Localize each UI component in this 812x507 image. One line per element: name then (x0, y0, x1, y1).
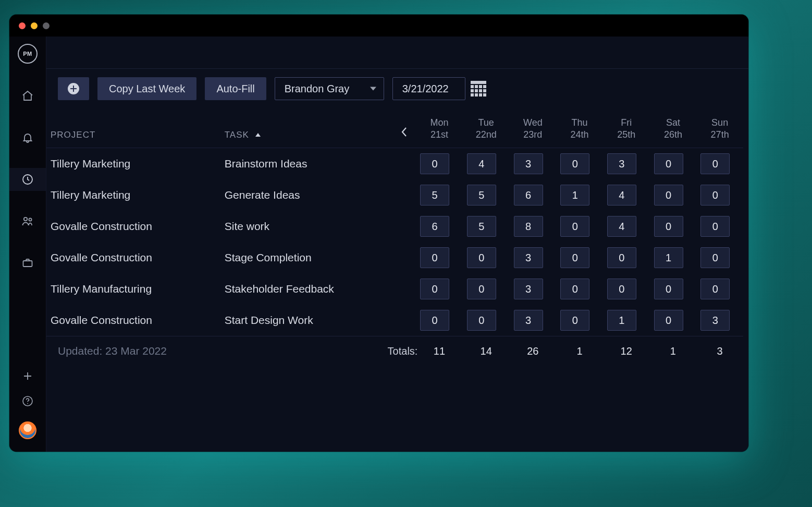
hours-input[interactable] (467, 279, 496, 299)
hours-input[interactable] (560, 216, 589, 237)
hours-input[interactable] (420, 279, 449, 299)
hours-input[interactable] (560, 153, 589, 174)
col-day-6: Sun27th (696, 107, 743, 148)
window-close-dot[interactable] (19, 22, 26, 29)
hours-input[interactable] (700, 185, 730, 206)
hours-cell (650, 273, 697, 305)
hours-input[interactable] (514, 185, 543, 206)
hours-input[interactable] (560, 310, 589, 331)
hours-cell (416, 242, 463, 273)
hours-input[interactable] (700, 153, 730, 174)
hours-cell (603, 242, 650, 273)
plus-icon (23, 371, 32, 381)
hours-input[interactable] (420, 153, 449, 174)
calendar-icon[interactable] (471, 81, 486, 96)
hours-input[interactable] (467, 247, 496, 268)
window-titlebar (9, 15, 748, 37)
nav-notifications[interactable] (9, 126, 46, 149)
sidebar: PM (9, 37, 46, 452)
svg-point-2 (29, 218, 31, 221)
table-row: Govalle ConstructionSite work (46, 211, 743, 242)
hours-cell (650, 242, 697, 273)
table-row: Tillery MarketingBrainstorm Ideas (46, 148, 743, 180)
nav-projects[interactable] (9, 251, 46, 274)
help-icon (22, 395, 33, 407)
hours-input[interactable] (700, 216, 730, 237)
nav-home[interactable] (9, 84, 46, 107)
project-cell: Govalle Construction (46, 211, 220, 242)
hours-input[interactable] (514, 216, 543, 237)
hours-input[interactable] (654, 153, 683, 174)
total-day-0: 11 (416, 336, 463, 366)
hours-cell (510, 273, 557, 305)
user-select-value: Brandon Gray (285, 83, 350, 95)
nav-people[interactable] (9, 210, 46, 233)
hours-input[interactable] (654, 279, 683, 299)
hours-input[interactable] (607, 216, 636, 237)
week-date-value: 3/21/2022 (402, 83, 449, 95)
col-day-4: Fri25th (603, 107, 650, 148)
hours-input[interactable] (420, 216, 449, 237)
project-cell: Tillery Marketing (46, 148, 220, 180)
app-window: PM (9, 15, 748, 452)
svg-rect-8 (70, 88, 77, 89)
hours-input[interactable] (420, 310, 449, 331)
nav-add[interactable] (9, 371, 46, 381)
hours-cell (696, 273, 743, 305)
copy-last-week-button[interactable]: Copy Last Week (97, 77, 196, 100)
total-day-3: 1 (556, 336, 603, 366)
hours-input[interactable] (654, 310, 683, 331)
total-day-1: 14 (463, 336, 510, 366)
hours-input[interactable] (607, 279, 636, 299)
hours-input[interactable] (467, 216, 496, 237)
hours-input[interactable] (467, 310, 496, 331)
hours-input[interactable] (514, 310, 543, 331)
hours-input[interactable] (560, 185, 589, 206)
hours-input[interactable] (700, 310, 730, 331)
hours-input[interactable] (700, 247, 730, 268)
hours-input[interactable] (700, 279, 730, 299)
hours-input[interactable] (560, 279, 589, 299)
week-date-input[interactable]: 3/21/2022 (392, 77, 465, 100)
add-entry-button[interactable] (58, 77, 89, 100)
hours-cell (510, 242, 557, 273)
table-row: Govalle ConstructionStart Design Work (46, 305, 743, 336)
svg-point-1 (24, 218, 27, 221)
hours-input[interactable] (654, 247, 683, 268)
col-task-header[interactable]: TASK (220, 107, 384, 148)
window-minimize-dot[interactable] (31, 22, 38, 29)
hours-input[interactable] (420, 247, 449, 268)
user-avatar[interactable] (19, 421, 36, 439)
hours-input[interactable] (607, 153, 636, 174)
col-project-header[interactable]: PROJECT (46, 107, 220, 148)
hours-cell (463, 179, 510, 211)
total-day-6: 3 (696, 336, 743, 366)
hours-cell (463, 211, 510, 242)
hours-input[interactable] (607, 247, 636, 268)
hours-input[interactable] (467, 185, 496, 206)
nav-timesheet[interactable] (9, 168, 46, 191)
user-select[interactable]: Brandon Gray (275, 77, 384, 100)
hours-cell (416, 179, 463, 211)
row-spacer (384, 148, 416, 180)
window-zoom-dot[interactable] (43, 22, 50, 29)
hours-cell (650, 305, 697, 336)
hours-cell (463, 273, 510, 305)
hours-input[interactable] (654, 216, 683, 237)
row-spacer (384, 242, 416, 273)
hours-input[interactable] (560, 247, 589, 268)
prev-week-button[interactable] (397, 125, 412, 139)
table-row: Govalle ConstructionStage Completion (46, 242, 743, 273)
hours-input[interactable] (514, 279, 543, 299)
nav-help[interactable] (9, 395, 46, 407)
hours-input[interactable] (514, 153, 543, 174)
hours-input[interactable] (514, 247, 543, 268)
total-day-2: 26 (510, 336, 557, 366)
hours-input[interactable] (654, 185, 683, 206)
hours-input[interactable] (607, 310, 636, 331)
hours-input[interactable] (420, 185, 449, 206)
auto-fill-button[interactable]: Auto-Fill (205, 77, 266, 100)
hours-cell (416, 305, 463, 336)
hours-input[interactable] (607, 185, 636, 206)
hours-input[interactable] (467, 153, 496, 174)
